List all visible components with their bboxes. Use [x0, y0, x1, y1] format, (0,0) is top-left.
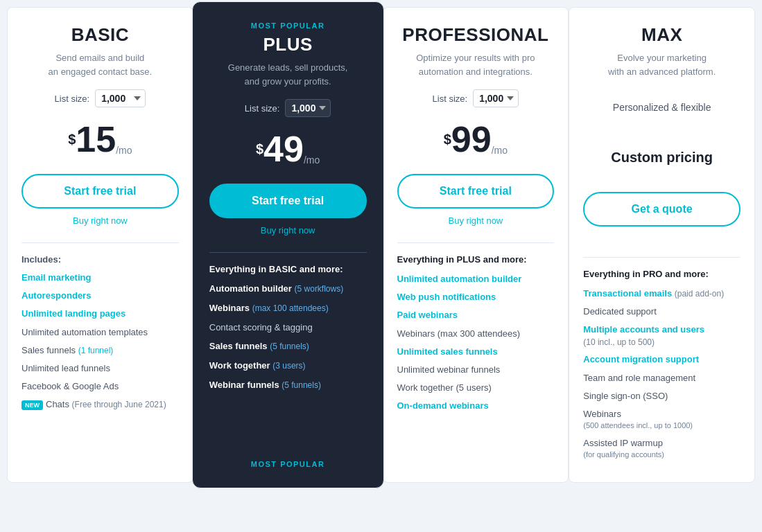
- plus-divider: [209, 252, 367, 253]
- professional-price-amount: 99: [451, 121, 492, 157]
- basic-includes-label: Includes:: [21, 254, 179, 265]
- basic-list-size-select[interactable]: 1,000 2,500 5,000 10,000: [95, 89, 146, 107]
- plus-feature-1: Automation builder (5 workflows): [209, 283, 367, 295]
- professional-features: Everything in PLUS and more: Unlimited a…: [397, 254, 555, 466]
- plus-features-header: Everything in BASIC and more:: [209, 264, 367, 274]
- plus-plan-name: PLUS: [209, 34, 367, 55]
- professional-price-row: $ 99 /mo: [397, 118, 555, 160]
- max-cta-button[interactable]: Get a quote: [583, 192, 741, 227]
- basic-divider: [21, 242, 179, 243]
- basic-buy-link[interactable]: Buy right now: [21, 215, 179, 226]
- basic-description: Send emails and buildan engaged contact …: [21, 51, 179, 78]
- plan-basic: BASIC Send emails and buildan engaged co…: [7, 7, 193, 483]
- pro-feature-4: Webinars (max 300 attendees): [397, 328, 555, 340]
- professional-buy-link[interactable]: Buy right now: [397, 215, 555, 226]
- basic-list-size-row: List size: 1,000 2,500 5,000 10,000: [21, 89, 179, 107]
- plus-feature-2: Webinars (max 100 attendees): [209, 302, 367, 314]
- plus-price-row: $ 49 /mo: [209, 128, 367, 170]
- professional-cta-button[interactable]: Start free trial: [397, 174, 555, 209]
- plus-description: Generate leads, sell products,and grow y…: [209, 61, 367, 88]
- plan-plus: MOST POPULAR PLUS Generate leads, sell p…: [192, 1, 384, 488]
- max-features: Everything in PRO and more: Transactiona…: [583, 269, 741, 466]
- max-feature-4: Account migration support: [583, 353, 741, 366]
- professional-list-size-row: List size: 1,000 2,500 5,000: [397, 89, 555, 107]
- max-feature-2: Dedicated support: [583, 305, 741, 318]
- plus-most-popular-badge: MOST POPULAR: [209, 21, 367, 30]
- pro-feature-2: Web push notifications: [397, 291, 555, 303]
- plus-buy-link[interactable]: Buy right now: [209, 225, 367, 236]
- basic-price-mo: /mo: [116, 145, 132, 156]
- max-feature-1: Transactional emails (paid add-on): [583, 287, 741, 300]
- plus-feature-4: Sales funnels (5 funnels): [209, 340, 367, 353]
- max-divider: [583, 257, 741, 258]
- basic-feature-4: Unlimited automation templates: [21, 326, 179, 339]
- basic-feature-2: Autoresponders: [21, 290, 179, 302]
- professional-divider: [397, 242, 555, 243]
- pro-feature-6: Unlimited webinar funnels: [397, 364, 555, 376]
- max-features-header: Everything in PRO and more:: [583, 269, 741, 279]
- basic-price-dollar: $: [68, 130, 76, 149]
- basic-plan-name: BASIC: [21, 24, 179, 46]
- professional-description: Optimize your results with proautomation…: [397, 51, 555, 78]
- professional-price-dollar: $: [444, 130, 451, 149]
- professional-list-size-select[interactable]: 1,000 2,500 5,000: [473, 89, 519, 107]
- basic-feature-6: Unlimited lead funnels: [21, 362, 179, 375]
- plus-feature-6: Webinar funnels (5 funnels): [209, 379, 367, 391]
- basic-feature-7: Facebook & Google Ads: [21, 380, 179, 393]
- max-custom-pricing: Custom pricing: [583, 136, 741, 178]
- pro-feature-7: Work together (5 users): [397, 382, 555, 394]
- basic-feature-1: Email marketing: [21, 272, 179, 284]
- max-feature-3: Multiple accounts and users (10 incl., u…: [583, 323, 741, 348]
- pro-feature-5: Unlimited sales funnels: [397, 346, 555, 358]
- plus-feature-5: Work together (3 users): [209, 360, 367, 372]
- max-plan-name: MAX: [583, 24, 741, 46]
- plus-list-size-select[interactable]: 1,000 2,500 5,000: [285, 99, 331, 117]
- basic-cta-button[interactable]: Start free trial: [21, 174, 179, 209]
- plus-list-size-row: List size: 1,000 2,500 5,000: [209, 99, 367, 117]
- basic-features: Includes: Email marketing Autoresponders…: [21, 254, 179, 466]
- max-feature-7: Webinars(500 attendees incl., up to 1000…: [583, 408, 741, 432]
- basic-feature-8: NEWChats (Free through June 2021): [21, 398, 179, 411]
- max-feature-5: Team and role management: [583, 372, 741, 384]
- pro-feature-3: Paid webinars: [397, 309, 555, 321]
- plus-price-dollar: $: [256, 139, 263, 159]
- basic-price-row: $ 15 /mo: [21, 118, 179, 160]
- max-description: Evolve your marketingwith an advanced pl…: [583, 51, 741, 78]
- professional-price-mo: /mo: [492, 145, 508, 156]
- basic-feature-3: Unlimited landing pages: [21, 308, 179, 320]
- max-personalized-text: Personalized & flexible: [583, 89, 741, 125]
- max-feature-6: Single sign-on (SSO): [583, 390, 741, 402]
- plan-max: MAX Evolve your marketingwith an advance…: [569, 7, 755, 483]
- plus-most-popular-bottom: MOST POPULAR: [209, 446, 367, 468]
- basic-list-size-label: List size:: [55, 94, 90, 104]
- plus-list-size-label: List size:: [245, 103, 280, 114]
- plus-feature-3: Contact scoring & tagging: [209, 321, 367, 334]
- plus-price-amount: 49: [263, 131, 304, 167]
- pricing-container: BASIC Send emails and buildan engaged co…: [7, 7, 755, 483]
- pro-feature-8: On-demand webinars: [397, 400, 555, 412]
- plus-features: Everything in BASIC and more: Automation…: [209, 264, 367, 446]
- professional-features-header: Everything in PLUS and more:: [397, 254, 555, 265]
- professional-plan-name: PROFESSIONAL: [397, 24, 555, 46]
- plus-price-mo: /mo: [304, 154, 320, 166]
- plus-cta-button[interactable]: Start free trial: [209, 184, 367, 218]
- professional-list-size-label: List size:: [433, 94, 468, 104]
- basic-feature-5: Sales funnels (1 funnel): [21, 344, 179, 357]
- pro-feature-1: Unlimited automation builder: [397, 273, 555, 285]
- plan-professional: PROFESSIONAL Optimize your results with …: [383, 7, 569, 483]
- basic-price-amount: 15: [76, 121, 116, 157]
- max-feature-8: Assisted IP warmup(for qualifying accoun…: [583, 437, 741, 461]
